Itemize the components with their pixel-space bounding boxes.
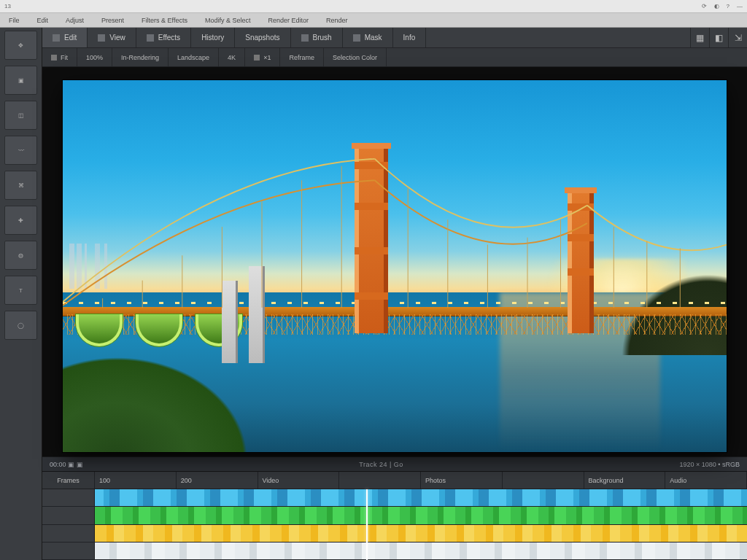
mask-icon	[353, 34, 360, 42]
menu-file[interactable]: File	[0, 13, 28, 27]
menu-edit[interactable]: Edit	[28, 13, 58, 27]
window-titlebar: 13 ⟳ ◐ ? —	[0, 0, 747, 13]
tab-label: View	[109, 34, 125, 42]
tab-edit[interactable]: Edit	[42, 28, 88, 47]
tab-snapshots[interactable]: Snapshots	[235, 28, 290, 47]
tool-shape[interactable]: ◯	[4, 311, 37, 340]
track-row	[42, 507, 747, 524]
subtab-4k[interactable]: 4K	[219, 48, 245, 66]
menu-render-editor[interactable]: Render Editor	[259, 13, 317, 27]
tab-effects[interactable]: Effects	[136, 28, 191, 47]
canvas-status-bar: 00:00 ▣ ▣ Track 24 | Go 1920 × 1080 • sR…	[42, 456, 747, 471]
subtab-reframe[interactable]: Reframe	[280, 48, 324, 66]
ruler-tick	[339, 472, 421, 489]
tab-history[interactable]: History	[191, 28, 235, 47]
tab-label: ×1	[263, 54, 271, 61]
menu-adjust[interactable]: Adjust	[57, 13, 93, 27]
collapse-icon[interactable]: ⇲	[728, 28, 747, 47]
track-strip[interactable]	[95, 507, 747, 524]
track-head[interactable]	[42, 489, 95, 506]
track-strip[interactable]	[95, 525, 747, 542]
track-head[interactable]	[42, 507, 95, 524]
tab-label: 100%	[86, 54, 103, 61]
tab-label: Effects	[158, 34, 180, 42]
tab-label: 4K	[228, 54, 236, 61]
tab-brush[interactable]: Brush	[291, 28, 343, 47]
tool-crop[interactable]: ▣	[4, 66, 37, 95]
secondary-tab-bar: Fit 100% In-Rendering Landscape 4K ×1 Re…	[42, 48, 747, 67]
subtab-x1[interactable]: ×1	[245, 48, 280, 66]
track-row	[42, 525, 747, 542]
tool-text[interactable]: T	[4, 276, 37, 305]
menu-modify[interactable]: Modify & Select	[196, 13, 260, 27]
status-left: 00:00 ▣ ▣	[50, 461, 83, 468]
timeline-tracks[interactable]	[42, 489, 747, 560]
scale-icon	[254, 55, 260, 61]
help-icon[interactable]: ?	[727, 3, 729, 9]
tool-heal[interactable]: ✚	[4, 206, 37, 235]
status-center: Track 24 | Go	[95, 461, 668, 468]
effects-icon	[147, 34, 154, 42]
tab-mask[interactable]: Mask	[343, 28, 393, 47]
menu-present[interactable]: Present	[93, 13, 133, 27]
tab-label: Landscape	[177, 54, 209, 61]
tab-label: Edit	[64, 34, 77, 42]
tab-label: Reframe	[289, 54, 314, 61]
layout-icon[interactable]: ▦	[690, 28, 709, 47]
panel-icon[interactable]: ◧	[709, 28, 728, 47]
tool-mask[interactable]: ◍	[4, 241, 37, 270]
ruler-tick: Audio	[665, 472, 747, 489]
tab-label: Info	[403, 34, 416, 42]
canvas-image	[63, 80, 727, 452]
subtab-landscape[interactable]: Landscape	[169, 48, 219, 66]
subtab-100[interactable]: 100%	[77, 48, 112, 66]
tab-label: Selection Color	[333, 54, 377, 61]
edit-icon	[53, 34, 60, 42]
subtab-selection-color[interactable]: Selection Color	[324, 48, 387, 66]
playhead[interactable]	[366, 489, 368, 560]
tool-move[interactable]: ✥	[4, 31, 37, 60]
ruler-tick: 200	[177, 472, 258, 489]
tab-label: Snapshots	[245, 34, 279, 42]
tab-label: Brush	[313, 34, 332, 42]
tab-info[interactable]: Info	[393, 28, 427, 47]
track-strip[interactable]	[95, 489, 747, 506]
view-icon	[98, 34, 105, 42]
ruler-head: Frames	[42, 472, 95, 489]
tool-clone[interactable]: ⌘	[4, 171, 37, 200]
track-row	[42, 489, 747, 507]
titlebar-badge: 13	[4, 3, 11, 9]
timeline-panel: Frames 100 200 Video Photos Background A…	[42, 471, 747, 560]
tool-sidebar: ✥ ▣ ◫ 〰 ⌘ ✚ ◍ T ◯	[0, 28, 42, 560]
ruler-tick: Background	[584, 472, 666, 489]
tab-label: In-Rendering	[121, 54, 159, 61]
globe-icon[interactable]: ◐	[714, 3, 719, 9]
min-icon[interactable]: —	[737, 3, 743, 9]
ruler-tick	[503, 472, 584, 489]
tab-view[interactable]: View	[88, 28, 136, 47]
track-row	[42, 542, 747, 560]
tab-label: Mask	[365, 34, 382, 42]
menu-render[interactable]: Render	[317, 13, 357, 27]
primary-tab-bar: Edit View Effects History Snapshots Brus…	[42, 28, 747, 48]
status-right: 1920 × 1080 • sRGB	[680, 461, 740, 468]
track-head[interactable]	[42, 542, 95, 559]
menu-filters[interactable]: Filters & Effects	[133, 13, 196, 27]
sync-icon[interactable]: ⟳	[702, 3, 707, 9]
track-head[interactable]	[42, 525, 95, 542]
ruler-tick: Video	[258, 472, 340, 489]
tool-brush[interactable]: 〰	[4, 136, 37, 165]
track-strip[interactable]	[95, 542, 747, 559]
ruler-tick: 100	[95, 472, 177, 489]
tab-label: History	[201, 34, 224, 42]
tool-select[interactable]: ◫	[4, 101, 37, 130]
ruler-tick: Photos	[421, 472, 503, 489]
subtab-rendering[interactable]: In-Rendering	[112, 48, 169, 66]
timeline-ruler[interactable]: Frames 100 200 Video Photos Background A…	[42, 472, 747, 489]
canvas-viewport[interactable]	[42, 67, 747, 456]
fit-icon	[51, 55, 57, 61]
brush-icon	[301, 34, 309, 42]
subtab-fit[interactable]: Fit	[42, 48, 77, 66]
menu-bar: File Edit Adjust Present Filters & Effec…	[0, 13, 747, 28]
tab-label: Fit	[61, 54, 68, 61]
